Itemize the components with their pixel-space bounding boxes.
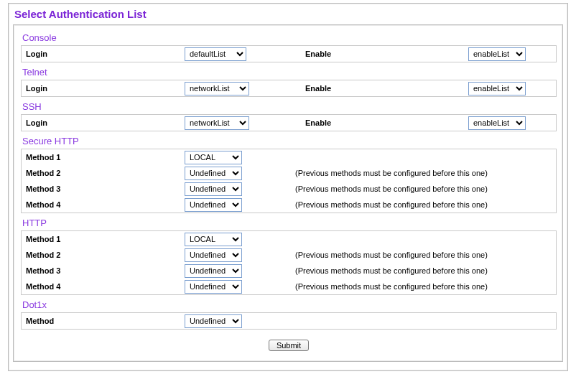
http-m4-select[interactable]: Undefined	[185, 280, 242, 294]
https-m2-label: Method 2	[22, 167, 183, 179]
section-https-title: Secure HTTP	[21, 131, 557, 149]
form-panel: Console Login defaultList Enable enableL…	[13, 24, 563, 362]
https-m4-label: Method 4	[22, 199, 183, 210]
section-console: Login defaultList Enable enableList	[21, 45, 557, 62]
page-frame: Select Authentication List Console Login…	[8, 3, 568, 371]
http-m3-label: Method 3	[22, 265, 183, 276]
console-enable-select[interactable]: enableList	[468, 47, 526, 61]
dot1x-method-label: Method	[22, 315, 183, 327]
dot1x-method-select[interactable]: Undefined	[185, 314, 242, 328]
submit-button[interactable]: Submit	[269, 340, 309, 351]
https-m3-select[interactable]: Undefined	[185, 182, 242, 196]
http-m2-note: (Previous methods must be configured bef…	[291, 251, 560, 259]
console-login-label: Login	[22, 48, 183, 60]
submit-row: Submit	[21, 330, 557, 351]
section-ssh: Login networkList Enable enableList	[21, 114, 557, 131]
http-m1-select[interactable]: LOCAL	[185, 233, 242, 246]
https-m4-note: (Previous methods must be configured bef…	[291, 200, 560, 209]
section-http-title: HTTP	[21, 213, 557, 230]
section-dot1x-title: Dot1x	[21, 295, 557, 312]
ssh-login-label: Login	[22, 117, 183, 129]
https-m3-label: Method 3	[22, 183, 183, 195]
https-m4-select[interactable]: Undefined	[185, 198, 242, 212]
http-m1-label: Method 1	[22, 233, 183, 245]
https-m1-select[interactable]: LOCAL	[185, 151, 242, 164]
section-http: Method 1 LOCAL Method 2 Undefined (Previ…	[21, 230, 557, 295]
http-m4-note: (Previous methods must be configured bef…	[291, 282, 560, 291]
page-title: Select Authentication List	[13, 5, 563, 24]
http-m2-select[interactable]: Undefined	[185, 248, 242, 262]
console-login-select[interactable]: defaultList	[185, 47, 246, 61]
section-ssh-title: SSH	[21, 97, 557, 114]
http-m3-note: (Previous methods must be configured bef…	[291, 266, 560, 275]
telnet-enable-label: Enable	[291, 83, 467, 94]
http-m3-select[interactable]: Undefined	[185, 264, 242, 278]
ssh-enable-label: Enable	[291, 117, 467, 129]
ssh-login-select[interactable]: networkList	[185, 116, 249, 130]
http-m4-label: Method 4	[22, 281, 183, 292]
https-m2-note: (Previous methods must be configured bef…	[291, 169, 560, 177]
section-https: Method 1 LOCAL Method 2 Undefined (Previ…	[21, 149, 557, 213]
https-m3-note: (Previous methods must be configured bef…	[291, 185, 560, 193]
telnet-enable-select[interactable]: enableList	[468, 82, 526, 95]
section-telnet-title: Telnet	[21, 62, 557, 80]
section-telnet: Login networkList Enable enableList	[21, 80, 557, 97]
ssh-enable-select[interactable]: enableList	[468, 116, 526, 130]
section-dot1x: Method Undefined	[21, 312, 557, 330]
telnet-login-select[interactable]: networkList	[185, 82, 249, 95]
section-console-title: Console	[21, 28, 557, 45]
https-m1-label: Method 1	[22, 151, 183, 163]
console-enable-label: Enable	[291, 48, 467, 60]
https-m2-select[interactable]: Undefined	[185, 167, 242, 180]
telnet-login-label: Login	[22, 83, 183, 94]
http-m2-label: Method 2	[22, 249, 183, 261]
